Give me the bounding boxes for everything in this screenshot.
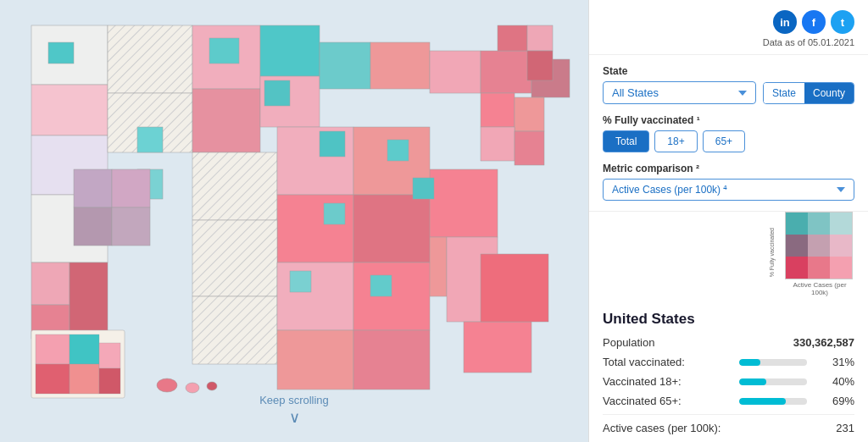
svg-rect-52 bbox=[74, 207, 112, 246]
metric-select-wrap: Active Cases (per 100k) ⁴ bbox=[603, 179, 854, 201]
svg-rect-49 bbox=[370, 275, 392, 296]
svg-rect-61 bbox=[36, 364, 70, 394]
stat-bar-fill-total-vacc bbox=[739, 359, 760, 366]
svg-rect-51 bbox=[112, 169, 150, 207]
stat-label-total-vacc: Total vaccinated: bbox=[603, 356, 717, 368]
stat-row-total-vacc: Total vaccinated: 31% bbox=[603, 356, 854, 368]
svg-rect-48 bbox=[290, 271, 311, 292]
svg-rect-22 bbox=[515, 131, 544, 165]
stat-label-active-cases: Active cases (per 100k): bbox=[603, 422, 812, 434]
vacc-label: % Fully vaccinated ¹ bbox=[603, 114, 854, 126]
chevron-down-icon: ∨ bbox=[259, 408, 329, 427]
legend-chart: % Fully vaccinated Active Cases (per 100… bbox=[589, 212, 868, 299]
facebook-icon[interactable]: f bbox=[802, 10, 826, 34]
svg-rect-46 bbox=[324, 203, 345, 224]
svg-rect-38 bbox=[353, 330, 430, 390]
bi-cell-2-0 bbox=[830, 257, 852, 279]
svg-rect-41 bbox=[209, 38, 239, 64]
stat-bar-fill-vacc-65 bbox=[739, 398, 786, 405]
stat-value-vacc-18: 40% bbox=[812, 375, 854, 388]
svg-rect-62 bbox=[70, 334, 99, 364]
bi-cell-0-1 bbox=[786, 235, 808, 257]
twitter-icon[interactable]: t bbox=[831, 10, 854, 34]
stat-row-population: Population 330,362,587 bbox=[603, 336, 854, 349]
svg-rect-54 bbox=[31, 262, 70, 305]
stat-label-vacc-65: Vaccinated 65+: bbox=[603, 395, 717, 407]
svg-rect-60 bbox=[36, 334, 70, 364]
svg-rect-44 bbox=[320, 131, 345, 157]
state-county-toggle: State County bbox=[763, 82, 854, 104]
stat-value-total-vacc: 31% bbox=[812, 356, 854, 368]
stat-value-vacc-65: 69% bbox=[812, 395, 854, 407]
svg-rect-16 bbox=[498, 25, 527, 51]
scroll-hint-text: Keep scrolling bbox=[259, 394, 329, 406]
vacc-total-btn[interactable]: Total bbox=[603, 130, 649, 152]
svg-rect-5 bbox=[108, 25, 192, 93]
svg-rect-35 bbox=[277, 262, 353, 330]
state-select[interactable]: All States bbox=[603, 81, 756, 104]
metric-select[interactable]: Active Cases (per 100k) ⁴ bbox=[603, 179, 854, 201]
right-panel: in f t Data as of 05.01.2021 State All S… bbox=[588, 0, 868, 442]
svg-rect-56 bbox=[70, 262, 108, 339]
svg-rect-8 bbox=[192, 89, 260, 152]
svg-rect-34 bbox=[192, 296, 277, 364]
svg-rect-47 bbox=[413, 178, 434, 199]
stats-panel: United States Population 330,362,587 Tot… bbox=[589, 299, 868, 442]
svg-rect-33 bbox=[192, 220, 277, 296]
svg-rect-27 bbox=[481, 254, 548, 322]
svg-rect-36 bbox=[277, 330, 353, 390]
controls-section: State All States State County % Fully va… bbox=[589, 55, 868, 212]
svg-rect-39 bbox=[48, 42, 74, 64]
state-label: State bbox=[603, 65, 854, 77]
y-axis-label: % Fully vaccinated bbox=[769, 228, 775, 277]
stat-row-active-cases: Active cases (per 100k): 231 bbox=[603, 414, 854, 434]
vacc-18-btn[interactable]: 18+ bbox=[654, 130, 697, 152]
svg-rect-14 bbox=[481, 51, 531, 93]
svg-rect-17 bbox=[527, 25, 553, 51]
svg-rect-53 bbox=[112, 207, 150, 246]
bi-cell-0-2 bbox=[786, 213, 808, 235]
svg-rect-32 bbox=[353, 195, 430, 262]
svg-rect-19 bbox=[481, 93, 515, 127]
svg-rect-63 bbox=[70, 364, 99, 394]
bi-cell-2-2 bbox=[830, 213, 852, 235]
svg-rect-64 bbox=[99, 343, 120, 368]
county-toggle-btn[interactable]: County bbox=[804, 83, 854, 103]
top-bar: in f t Data as of 05.01.2021 bbox=[589, 0, 868, 55]
metric-label: Metric comparison ² bbox=[603, 163, 854, 174]
us-map bbox=[0, 0, 588, 442]
stat-bar-vacc-65: 69% bbox=[717, 395, 854, 407]
svg-rect-28 bbox=[192, 152, 277, 220]
scroll-hint[interactable]: Keep scrolling ∨ bbox=[259, 394, 329, 427]
svg-rect-12 bbox=[370, 42, 430, 89]
bi-cell-1-0 bbox=[808, 257, 830, 279]
svg-rect-65 bbox=[99, 368, 120, 394]
svg-rect-13 bbox=[430, 51, 481, 93]
bivariate-grid bbox=[785, 212, 853, 279]
stat-bar-fill-vacc-18 bbox=[739, 378, 766, 385]
stat-label-population: Population bbox=[603, 336, 793, 349]
svg-rect-26 bbox=[464, 322, 531, 373]
svg-rect-21 bbox=[481, 127, 515, 161]
svg-rect-45 bbox=[387, 140, 409, 161]
stat-bar-vacc-18: 40% bbox=[717, 375, 854, 388]
svg-rect-50 bbox=[74, 169, 112, 207]
linkedin-icon[interactable]: in bbox=[773, 10, 797, 34]
svg-rect-18 bbox=[527, 51, 553, 80]
stat-row-vacc-18: Vaccinated 18+: 40% bbox=[603, 375, 854, 388]
map-panel[interactable]: Keep scrolling ∨ bbox=[0, 0, 588, 442]
svg-rect-42 bbox=[264, 80, 290, 106]
bi-cell-2-1 bbox=[830, 235, 852, 257]
vacc-65-btn[interactable]: 65+ bbox=[703, 130, 745, 152]
stat-value-active-cases: 231 bbox=[812, 422, 854, 434]
bivariate-legend: % Fully vaccinated Active Cases (per 100… bbox=[761, 212, 854, 292]
stat-row-vacc-65: Vaccinated 65+: 69% bbox=[603, 395, 854, 407]
svg-rect-2 bbox=[31, 85, 108, 135]
svg-point-66 bbox=[157, 378, 177, 392]
bi-cell-1-2 bbox=[808, 213, 830, 235]
date-text: Data as of 05.01.2021 bbox=[603, 37, 854, 47]
stat-bar-bg-vacc-65 bbox=[739, 398, 807, 405]
stat-label-vacc-18: Vaccinated 18+: bbox=[603, 375, 717, 388]
svg-rect-20 bbox=[515, 97, 544, 131]
state-toggle-btn[interactable]: State bbox=[764, 83, 804, 103]
